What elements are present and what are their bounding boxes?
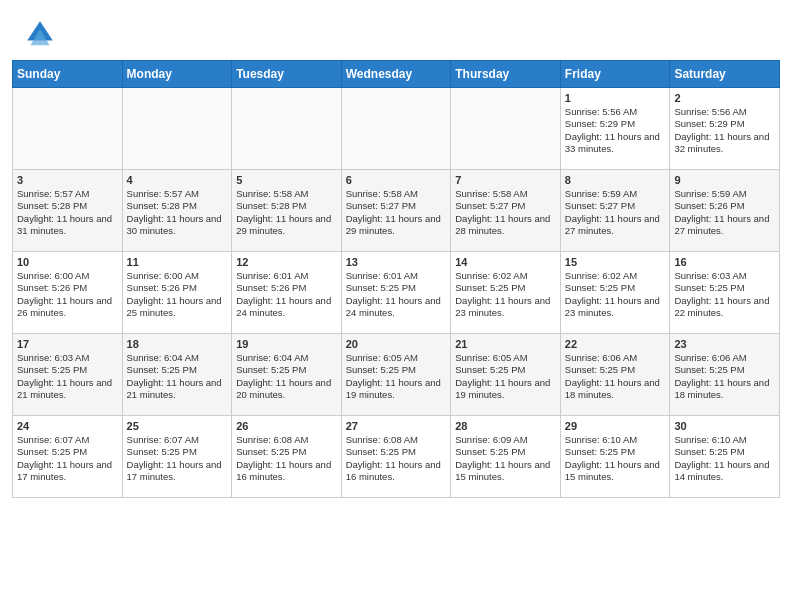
cell-info: Sunrise: 5:59 AMSunset: 5:27 PMDaylight:… — [565, 188, 666, 237]
header — [0, 0, 792, 60]
day-number: 30 — [674, 420, 775, 432]
calendar-cell: 4Sunrise: 5:57 AMSunset: 5:28 PMDaylight… — [122, 170, 232, 252]
calendar-cell: 9Sunrise: 5:59 AMSunset: 5:26 PMDaylight… — [670, 170, 780, 252]
cell-info: Sunrise: 6:04 AMSunset: 5:25 PMDaylight:… — [236, 352, 337, 401]
day-number: 24 — [17, 420, 118, 432]
calendar-week-row: 17Sunrise: 6:03 AMSunset: 5:25 PMDayligh… — [13, 334, 780, 416]
day-number: 28 — [455, 420, 556, 432]
calendar-cell: 15Sunrise: 6:02 AMSunset: 5:25 PMDayligh… — [560, 252, 670, 334]
cell-info: Sunrise: 6:08 AMSunset: 5:25 PMDaylight:… — [236, 434, 337, 483]
col-wednesday: Wednesday — [341, 61, 451, 88]
day-number: 26 — [236, 420, 337, 432]
day-number: 27 — [346, 420, 447, 432]
day-number: 13 — [346, 256, 447, 268]
calendar-header: Sunday Monday Tuesday Wednesday Thursday… — [13, 61, 780, 88]
calendar-cell: 1Sunrise: 5:56 AMSunset: 5:29 PMDaylight… — [560, 88, 670, 170]
weekday-row: Sunday Monday Tuesday Wednesday Thursday… — [13, 61, 780, 88]
cell-info: Sunrise: 6:02 AMSunset: 5:25 PMDaylight:… — [565, 270, 666, 319]
day-number: 10 — [17, 256, 118, 268]
calendar-cell: 17Sunrise: 6:03 AMSunset: 5:25 PMDayligh… — [13, 334, 123, 416]
cell-info: Sunrise: 6:01 AMSunset: 5:25 PMDaylight:… — [346, 270, 447, 319]
cell-info: Sunrise: 6:07 AMSunset: 5:25 PMDaylight:… — [17, 434, 118, 483]
calendar-cell — [341, 88, 451, 170]
cell-info: Sunrise: 6:03 AMSunset: 5:25 PMDaylight:… — [17, 352, 118, 401]
logo-icon — [24, 18, 56, 50]
cell-info: Sunrise: 6:01 AMSunset: 5:26 PMDaylight:… — [236, 270, 337, 319]
day-number: 14 — [455, 256, 556, 268]
day-number: 8 — [565, 174, 666, 186]
day-number: 22 — [565, 338, 666, 350]
calendar-cell: 11Sunrise: 6:00 AMSunset: 5:26 PMDayligh… — [122, 252, 232, 334]
calendar-cell: 18Sunrise: 6:04 AMSunset: 5:25 PMDayligh… — [122, 334, 232, 416]
cell-info: Sunrise: 6:07 AMSunset: 5:25 PMDaylight:… — [127, 434, 228, 483]
cell-info: Sunrise: 6:09 AMSunset: 5:25 PMDaylight:… — [455, 434, 556, 483]
cell-info: Sunrise: 5:56 AMSunset: 5:29 PMDaylight:… — [565, 106, 666, 155]
calendar-body: 1Sunrise: 5:56 AMSunset: 5:29 PMDaylight… — [13, 88, 780, 498]
calendar-cell: 3Sunrise: 5:57 AMSunset: 5:28 PMDaylight… — [13, 170, 123, 252]
calendar-cell: 6Sunrise: 5:58 AMSunset: 5:27 PMDaylight… — [341, 170, 451, 252]
cell-info: Sunrise: 6:02 AMSunset: 5:25 PMDaylight:… — [455, 270, 556, 319]
col-tuesday: Tuesday — [232, 61, 342, 88]
day-number: 25 — [127, 420, 228, 432]
day-number: 5 — [236, 174, 337, 186]
calendar-cell: 5Sunrise: 5:58 AMSunset: 5:28 PMDaylight… — [232, 170, 342, 252]
day-number: 21 — [455, 338, 556, 350]
calendar-week-row: 24Sunrise: 6:07 AMSunset: 5:25 PMDayligh… — [13, 416, 780, 498]
calendar-cell: 19Sunrise: 6:04 AMSunset: 5:25 PMDayligh… — [232, 334, 342, 416]
calendar-cell: 22Sunrise: 6:06 AMSunset: 5:25 PMDayligh… — [560, 334, 670, 416]
calendar-cell: 30Sunrise: 6:10 AMSunset: 5:25 PMDayligh… — [670, 416, 780, 498]
calendar-cell: 23Sunrise: 6:06 AMSunset: 5:25 PMDayligh… — [670, 334, 780, 416]
cell-info: Sunrise: 5:57 AMSunset: 5:28 PMDaylight:… — [17, 188, 118, 237]
calendar-cell: 20Sunrise: 6:05 AMSunset: 5:25 PMDayligh… — [341, 334, 451, 416]
day-number: 6 — [346, 174, 447, 186]
day-number: 7 — [455, 174, 556, 186]
calendar-cell — [451, 88, 561, 170]
calendar-cell — [122, 88, 232, 170]
cell-info: Sunrise: 6:05 AMSunset: 5:25 PMDaylight:… — [455, 352, 556, 401]
day-number: 11 — [127, 256, 228, 268]
cell-info: Sunrise: 6:05 AMSunset: 5:25 PMDaylight:… — [346, 352, 447, 401]
calendar-cell — [232, 88, 342, 170]
cell-info: Sunrise: 6:06 AMSunset: 5:25 PMDaylight:… — [565, 352, 666, 401]
calendar-cell: 29Sunrise: 6:10 AMSunset: 5:25 PMDayligh… — [560, 416, 670, 498]
calendar-cell — [13, 88, 123, 170]
calendar-cell: 14Sunrise: 6:02 AMSunset: 5:25 PMDayligh… — [451, 252, 561, 334]
calendar-cell: 28Sunrise: 6:09 AMSunset: 5:25 PMDayligh… — [451, 416, 561, 498]
calendar-cell: 13Sunrise: 6:01 AMSunset: 5:25 PMDayligh… — [341, 252, 451, 334]
day-number: 18 — [127, 338, 228, 350]
calendar-cell: 16Sunrise: 6:03 AMSunset: 5:25 PMDayligh… — [670, 252, 780, 334]
day-number: 17 — [17, 338, 118, 350]
day-number: 23 — [674, 338, 775, 350]
col-monday: Monday — [122, 61, 232, 88]
logo — [24, 18, 60, 50]
day-number: 1 — [565, 92, 666, 104]
cell-info: Sunrise: 5:58 AMSunset: 5:27 PMDaylight:… — [346, 188, 447, 237]
cell-info: Sunrise: 6:10 AMSunset: 5:25 PMDaylight:… — [565, 434, 666, 483]
day-number: 20 — [346, 338, 447, 350]
calendar: Sunday Monday Tuesday Wednesday Thursday… — [0, 60, 792, 612]
day-number: 16 — [674, 256, 775, 268]
day-number: 4 — [127, 174, 228, 186]
col-friday: Friday — [560, 61, 670, 88]
day-number: 15 — [565, 256, 666, 268]
calendar-cell: 12Sunrise: 6:01 AMSunset: 5:26 PMDayligh… — [232, 252, 342, 334]
calendar-cell: 24Sunrise: 6:07 AMSunset: 5:25 PMDayligh… — [13, 416, 123, 498]
col-sunday: Sunday — [13, 61, 123, 88]
calendar-week-row: 1Sunrise: 5:56 AMSunset: 5:29 PMDaylight… — [13, 88, 780, 170]
cell-info: Sunrise: 6:00 AMSunset: 5:26 PMDaylight:… — [17, 270, 118, 319]
day-number: 29 — [565, 420, 666, 432]
cell-info: Sunrise: 6:04 AMSunset: 5:25 PMDaylight:… — [127, 352, 228, 401]
calendar-cell: 21Sunrise: 6:05 AMSunset: 5:25 PMDayligh… — [451, 334, 561, 416]
col-thursday: Thursday — [451, 61, 561, 88]
cell-info: Sunrise: 6:06 AMSunset: 5:25 PMDaylight:… — [674, 352, 775, 401]
calendar-week-row: 3Sunrise: 5:57 AMSunset: 5:28 PMDaylight… — [13, 170, 780, 252]
calendar-cell: 7Sunrise: 5:58 AMSunset: 5:27 PMDaylight… — [451, 170, 561, 252]
calendar-table: Sunday Monday Tuesday Wednesday Thursday… — [12, 60, 780, 498]
calendar-cell: 27Sunrise: 6:08 AMSunset: 5:25 PMDayligh… — [341, 416, 451, 498]
calendar-week-row: 10Sunrise: 6:00 AMSunset: 5:26 PMDayligh… — [13, 252, 780, 334]
cell-info: Sunrise: 6:10 AMSunset: 5:25 PMDaylight:… — [674, 434, 775, 483]
cell-info: Sunrise: 6:03 AMSunset: 5:25 PMDaylight:… — [674, 270, 775, 319]
calendar-cell: 2Sunrise: 5:56 AMSunset: 5:29 PMDaylight… — [670, 88, 780, 170]
cell-info: Sunrise: 5:56 AMSunset: 5:29 PMDaylight:… — [674, 106, 775, 155]
day-number: 19 — [236, 338, 337, 350]
